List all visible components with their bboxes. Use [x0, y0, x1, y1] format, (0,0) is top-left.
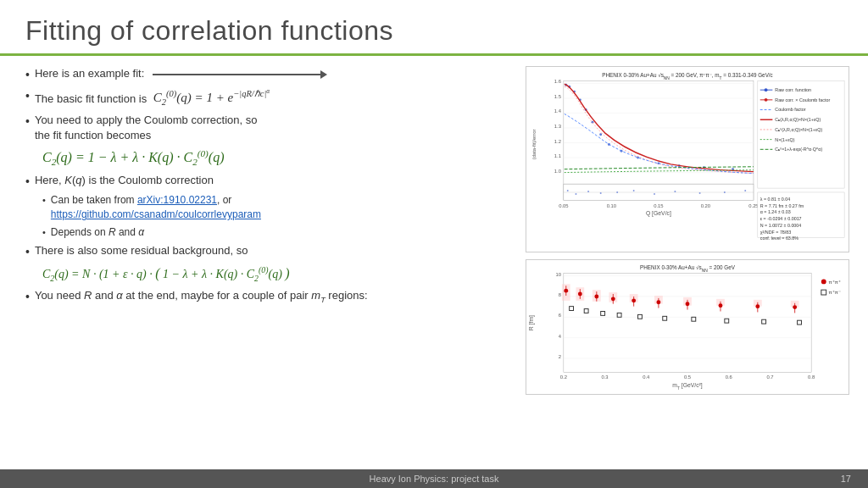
svg-text:0.6: 0.6: [726, 374, 732, 380]
footer: Heavy Ion Physics: project task 17: [0, 469, 868, 488]
svg-text:R [fm]: R [fm]: [528, 315, 535, 330]
svg-text:R = 7.71 fm ± 0.27 fm: R = 7.71 fm ± 0.27 fm: [760, 203, 804, 208]
svg-text:Raw corr. function: Raw corr. function: [775, 87, 811, 92]
bullet-6-text: You need R and α at the end, maybe for a…: [35, 288, 368, 305]
bullet-5: • There is also some residual background…: [25, 243, 517, 261]
svg-text:1.4: 1.4: [554, 108, 562, 114]
footer-text: Heavy Ion Physics: project task: [370, 474, 499, 484]
bullet-1: • Here is an example fit:: [25, 66, 517, 84]
svg-text:C₂⁰=1+λ·exp(-R^α·Q^α): C₂⁰=1+λ·exp(-R^α·Q^α): [775, 147, 822, 152]
svg-text:1.1: 1.1: [554, 153, 561, 158]
svg-text:10: 10: [555, 272, 561, 277]
svg-rect-2: [564, 80, 754, 200]
content-area: • Here is an example fit: • The basic fi…: [0, 56, 868, 469]
bullet-dot-6: •: [25, 289, 30, 306]
svg-point-42: [575, 193, 576, 195]
svg-point-139: [821, 279, 826, 284]
bullet-3: • You need to apply the Coulomb correcti…: [25, 113, 517, 143]
svg-point-50: [724, 191, 726, 193]
svg-rect-79: [564, 274, 811, 373]
bullet-3-text: You need to apply the Coulomb correction…: [35, 113, 258, 143]
svg-text:0.05: 0.05: [559, 203, 568, 208]
svg-point-44: [600, 192, 602, 194]
svg-text:Raw corr. × Coulomb factor: Raw corr. × Coulomb factor: [775, 97, 830, 103]
svg-text:0.8: 0.8: [808, 374, 815, 380]
formula-2: C2(0)(q) = 1 + e−|qR/ℏc|α: [153, 91, 270, 104]
svg-text:N×(1+εQ): N×(1+εQ): [775, 137, 794, 142]
svg-text:8: 8: [559, 292, 561, 297]
chart-top: PHENIX 0-30% Au+Au √sNN = 200 GeV, π⁺π⁻,…: [526, 66, 849, 252]
svg-text:(data-fit)/error: (data-fit)/error: [531, 130, 537, 160]
svg-text:π⁺π⁻: π⁺π⁻: [829, 290, 841, 295]
svg-text:1.5: 1.5: [554, 94, 561, 99]
bullet-5-text: There is also some residual background, …: [35, 243, 248, 258]
svg-text:0.20: 0.20: [701, 203, 711, 208]
svg-text:λ = 0.81 ± 0.04: λ = 0.81 ± 0.04: [760, 197, 790, 202]
svg-text:6: 6: [559, 313, 561, 318]
svg-text:π⁺π⁺: π⁺π⁺: [829, 280, 841, 285]
svg-text:1.6: 1.6: [554, 79, 561, 84]
svg-text:2: 2: [559, 354, 561, 359]
svg-point-51: [744, 190, 746, 191]
svg-text:0.4: 0.4: [643, 374, 650, 380]
arxiv-link[interactable]: arXiv:1910.02231: [137, 194, 217, 206]
bullet-4-sub1: • Can be taken from arXiv:1910.02231, or…: [42, 193, 517, 222]
bullet-1-text: Here is an example fit:: [35, 66, 322, 81]
svg-point-43: [587, 191, 589, 192]
svg-point-47: [654, 193, 655, 195]
svg-text:Q [GeV/c]: Q [GeV/c]: [646, 210, 671, 217]
svg-text:0.7: 0.7: [766, 374, 773, 380]
svg-point-46: [633, 190, 635, 191]
svg-text:χ²/NDF = 78/83: χ²/NDF = 78/83: [760, 230, 792, 235]
svg-text:1.3: 1.3: [554, 124, 561, 129]
bullet-2: • The basic fit function is C2(0)(q) = 1…: [25, 87, 517, 109]
svg-point-48: [674, 191, 676, 192]
svg-point-49: [699, 192, 701, 194]
bullet-4-sub1-text: Can be taken from arXiv:1910.02231, or h…: [51, 193, 261, 222]
svg-text:0.15: 0.15: [654, 203, 663, 208]
svg-point-54: [765, 88, 768, 92]
svg-text:ε = -0.0294 ± 0.0017: ε = -0.0294 ± 0.0017: [760, 216, 802, 221]
bullet-4: • Here, K(q) is the Coulomb correction: [25, 173, 517, 191]
bullet-dot-4s2: •: [42, 226, 46, 239]
svg-text:0.5: 0.5: [684, 374, 691, 380]
svg-text:N = 1.0072 ± 0.0004: N = 1.0072 ± 0.0004: [760, 223, 802, 228]
bullet-4-sub2-text: Depends on R and α: [51, 225, 144, 240]
left-panel: • Here is an example fit: • The basic fi…: [0, 63, 526, 469]
title-bar: Fitting of correlation functions: [0, 0, 868, 56]
right-panel: PHENIX 0-30% Au+Au √sNN = 200 GeV, π⁺π⁻,…: [526, 63, 856, 469]
bullet-dot-5: •: [25, 244, 30, 261]
page-number: 17: [841, 474, 851, 484]
svg-point-30: [599, 133, 602, 136]
svg-text:0.25: 0.25: [748, 203, 758, 208]
formula-5: C2(q) = N · (1 + ε · q) · ( 1 − λ + λ · …: [42, 265, 517, 282]
bullet-dot-4s1: •: [42, 194, 46, 207]
svg-text:1.2: 1.2: [554, 139, 561, 144]
svg-text:α = 1.24 ± 0.03: α = 1.24 ± 0.03: [760, 209, 791, 214]
github-link[interactable]: https://github.com/csanadm/coulcorrlevyp…: [51, 208, 261, 220]
svg-point-57: [765, 98, 768, 102]
bullet-dot-2: •: [25, 88, 30, 105]
slide-title: Fitting of correlation functions: [25, 15, 843, 47]
bullet-dot-4: •: [25, 174, 30, 191]
svg-text:C₂(λ,R,α;Q)×N×(1+εQ): C₂(λ,R,α;Q)×N×(1+εQ): [775, 117, 821, 122]
formula-3: C2(q) = 1 − λ + λ · K(q) · C2(0)(q): [42, 148, 517, 168]
svg-text:1.0: 1.0: [554, 169, 562, 174]
svg-text:C₂⁰(λ,R,α;Q)×N×(1+εQ): C₂⁰(λ,R,α;Q)×N×(1+εQ): [775, 127, 822, 132]
svg-text:0.3: 0.3: [602, 374, 609, 380]
svg-text:0.2: 0.2: [560, 374, 567, 380]
bullet-dot-3: •: [25, 114, 30, 130]
bullet-dot-1: •: [25, 67, 30, 84]
svg-text:conf. level = 63.8%: conf. level = 63.8%: [760, 236, 799, 241]
bullet-4-text: Here, K(q) is the Coulomb correction: [35, 173, 214, 188]
svg-point-41: [567, 190, 569, 191]
svg-text:Coulomb factor: Coulomb factor: [775, 107, 805, 112]
svg-point-45: [616, 191, 618, 193]
bullet-4-sub2: • Depends on R and α: [42, 225, 517, 240]
slide: Fitting of correlation functions • Here …: [0, 0, 868, 488]
chart-bottom: PHENIX 0-30% Au+Au √sNN = 200 GeV R [fm]…: [526, 259, 849, 395]
svg-text:0.10: 0.10: [607, 203, 617, 208]
bullet-2-text: The basic fit function is C2(0)(q) = 1 +…: [35, 87, 270, 109]
bullet-6: • You need R and α at the end, maybe for…: [25, 288, 517, 306]
